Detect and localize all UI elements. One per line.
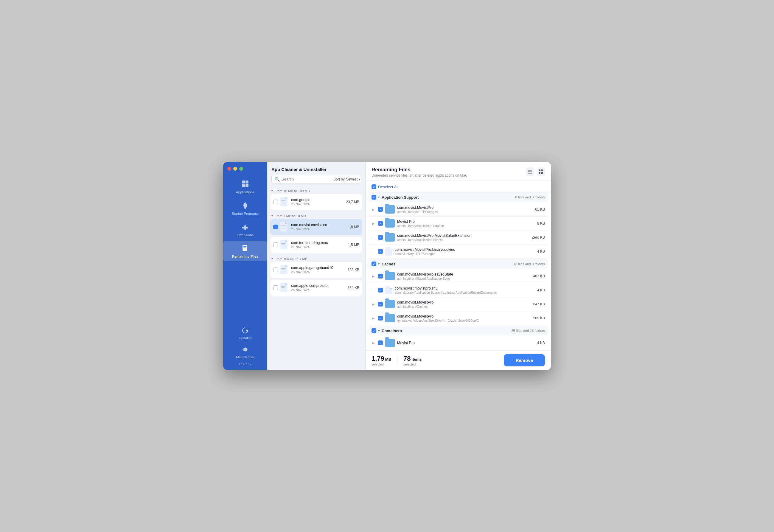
category-checkbox[interactable]: ✓ <box>372 262 376 266</box>
maximize-button[interactable] <box>239 167 243 171</box>
svg-rect-30 <box>528 170 532 171</box>
expand-icon[interactable]: ▶ <box>372 221 376 225</box>
row-checkbox[interactable]: ✓ <box>378 302 383 307</box>
right-panel-title: Remaining Files <box>372 167 467 173</box>
list-item[interactable]: com.movist.movistpro 25 Nov 2024 1,8 MB <box>270 219 362 235</box>
expand-icon[interactable]: ▶ <box>372 302 376 306</box>
row-checkbox[interactable]: ✓ <box>378 249 383 254</box>
view-list-icon-button[interactable] <box>526 167 534 176</box>
sidebar-item-remaining[interactable]: Remaining Files <box>223 241 267 261</box>
file-checkbox[interactable] <box>273 267 278 272</box>
search-input[interactable] <box>282 177 332 181</box>
file-date: 25 Nov 2024 <box>291 270 345 274</box>
row-path: admin/Library/Application Scripts <box>397 238 529 242</box>
row-name: Movist Pro <box>397 220 535 224</box>
chevron-icon: ▾ <box>271 189 273 192</box>
sort-button[interactable]: Sort by Newest ▾ <box>333 177 360 181</box>
row-size: 4 KB <box>537 249 545 253</box>
category-count: 12 files and 8 folders <box>513 262 545 266</box>
file-row[interactable]: ▶ ✓ com.movist.MovistPro.binarycookies a… <box>369 245 548 259</box>
list-item[interactable]: com.apple.garageband10 25 Nov 2024 188 K… <box>270 262 362 278</box>
deselect-all-button[interactable]: ✓ Deselect All <box>372 184 398 189</box>
sidebar-label-startup: Startup Programs <box>232 212 259 215</box>
file-row[interactable]: ▶ ✓ com.movist.movistpro.sfl3 admin/Libr… <box>369 283 548 297</box>
file-name: com.apple.compressor <box>291 284 345 288</box>
row-name: com.movist.MovistPro.binarycookies <box>395 248 535 252</box>
list-item[interactable]: com.google 25 Nov 2024 23,7 MB <box>270 194 362 210</box>
file-checkbox[interactable] <box>273 242 278 247</box>
file-name: com.termius-dmg.mac <box>291 241 346 245</box>
svg-rect-28 <box>281 287 285 288</box>
deselect-all-checkbox[interactable]: ✓ <box>372 184 376 189</box>
svg-rect-3 <box>245 184 248 187</box>
svg-rect-17 <box>281 228 285 228</box>
svg-rect-15 <box>281 225 285 226</box>
category-checkbox[interactable]: ✓ <box>372 195 376 200</box>
file-checkbox[interactable] <box>273 200 278 204</box>
svg-rect-0 <box>242 181 245 183</box>
row-path: /private/var/folders/ws/6fpx23ks44n_2jfz… <box>397 319 531 322</box>
chevron-down-icon: ▾ <box>378 329 380 333</box>
category-checkbox[interactable]: ✓ <box>372 328 376 333</box>
category-header[interactable]: ✓ ▾ Caches 12 files and 8 folders <box>369 259 548 269</box>
file-row[interactable]: ▶ ✓ com.movist.MovistPro.MovistSafariExt… <box>369 231 548 245</box>
doc-icon <box>280 240 289 250</box>
view-grid-icon-button[interactable] <box>537 167 545 176</box>
file-info: com.google 25 Nov 2024 <box>291 198 344 206</box>
file-row[interactable]: ▶ ✓ com.movist.MovistPro /private/var/fo… <box>369 311 548 325</box>
file-date: 25 Nov 2024 <box>291 202 344 206</box>
doc-icon <box>385 286 392 294</box>
folder-icon <box>385 339 395 347</box>
file-row[interactable]: ▶ ✓ Movist Pro 4 KB <box>369 336 548 350</box>
row-checkbox[interactable]: ✓ <box>378 235 383 240</box>
file-date: 25 Nov 2024 <box>291 288 345 292</box>
expand-icon[interactable]: ▶ <box>372 341 376 345</box>
svg-rect-8 <box>243 249 245 249</box>
row-checkbox[interactable]: ✓ <box>378 316 383 321</box>
file-checkbox[interactable] <box>273 225 278 229</box>
list-item[interactable]: com.termius-dmg.mac 21 Nov 2024 1,5 MB <box>270 237 362 253</box>
row-info: com.movist.MovistPro.binarycookies admin… <box>395 248 535 256</box>
row-checkbox[interactable]: ✓ <box>378 288 383 293</box>
row-checkbox[interactable]: ✓ <box>378 207 383 212</box>
group-header-3: ▾ From 100 KB to 1 MB <box>270 255 362 262</box>
file-info: com.movist.movistpro 25 Nov 2024 <box>291 223 346 231</box>
svg-rect-25 <box>281 271 285 271</box>
row-checkbox[interactable]: ✓ <box>378 221 383 226</box>
row-checkbox[interactable]: ✓ <box>378 340 383 345</box>
footer-items-stat: 78 items selected <box>403 355 428 366</box>
file-name: com.google <box>291 198 344 202</box>
right-panel: Remaining Files Unneeded service files l… <box>366 162 551 370</box>
sidebar-item-applications[interactable]: Applications <box>223 177 267 197</box>
sidebar-item-extensions[interactable]: Extensions <box>223 220 267 240</box>
folder-icon <box>385 233 395 242</box>
chevron-down-icon: ▾ <box>359 177 360 181</box>
sidebar-item-startup[interactable]: Startup Programs <box>223 198 267 218</box>
list-item[interactable]: com.apple.compressor 25 Nov 2024 184 KB <box>270 280 362 296</box>
category-label: Containers <box>382 329 509 333</box>
close-button[interactable] <box>227 167 231 171</box>
category-header[interactable]: ✓ ▾ Containers 35 files and 13 folders <box>369 326 548 335</box>
category-section-containers: ✓ ▾ Containers 35 files and 13 folders ▶… <box>369 326 548 350</box>
row-checkbox[interactable]: ✓ <box>378 274 383 279</box>
sidebar-item-updates[interactable]: Updates <box>234 324 257 342</box>
row-name: com.movist.MovistPro <box>397 314 531 318</box>
file-row[interactable]: ▶ ✓ Movist Pro admin/Library/Application… <box>369 217 548 231</box>
deselect-all-label: Deselect All <box>378 185 398 189</box>
folder-icon <box>385 205 395 214</box>
expand-icon[interactable]: ▶ <box>372 316 376 320</box>
chevron-icon: ▾ <box>271 214 273 217</box>
file-row[interactable]: ▶ ✓ com.movist.MovistPro admin/Library/H… <box>369 203 548 217</box>
expand-icon[interactable]: ▶ <box>372 274 376 278</box>
minimize-button[interactable] <box>233 167 237 171</box>
remove-button[interactable]: Remove <box>504 354 545 366</box>
file-checkbox[interactable] <box>273 285 278 290</box>
category-count: 6 files and 3 folders <box>515 195 545 199</box>
file-row[interactable]: ▶ ✓ com.movist.MovistPro admin/Library/C… <box>369 297 548 311</box>
svg-rect-16 <box>281 227 285 227</box>
category-header[interactable]: ✓ ▾ Application Support 6 files and 3 fo… <box>369 192 548 202</box>
file-row[interactable]: ▶ ✓ com.movist.MovistPro.savedState admi… <box>369 269 548 283</box>
expand-icon[interactable]: ▶ <box>372 207 376 211</box>
file-info: com.termius-dmg.mac 21 Nov 2024 <box>291 241 346 249</box>
sidebar-item-maccleaner[interactable]: MacCleaner <box>234 343 257 361</box>
